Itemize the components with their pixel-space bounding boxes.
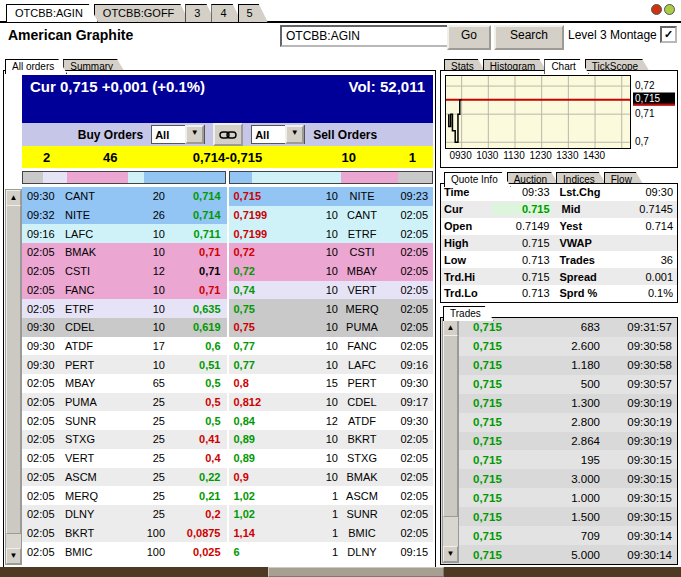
trade-time: 09:30:14	[600, 530, 677, 542]
trade-time: 09:30:19	[600, 416, 677, 428]
ask-half[interactable]: 1,141BMIC02:05	[229, 524, 434, 543]
scrollbar-thumb[interactable]	[6, 205, 21, 534]
ask-half[interactable]: 0,910BMAK02:05	[229, 468, 434, 487]
ask-half[interactable]: 0,815PERT09:30	[229, 374, 434, 393]
bid-half[interactable]: 02:05BMIC1000,025	[22, 542, 227, 561]
ask-half[interactable]: 0,719910CANT02:05	[229, 206, 434, 225]
book-row[interactable]: 02:05MBAY650,50,815PERT09:30	[22, 374, 433, 393]
link-filters-button[interactable]	[213, 123, 243, 146]
book-row[interactable]: 02:05SUNR250,50,8412ATDF09:30	[22, 411, 433, 430]
ask-half[interactable]: 0,7710LAFC09:16	[229, 355, 434, 374]
inside-spread-row: 2 46 0,714-0,715 10 1	[22, 146, 433, 168]
ask-half[interactable]: 0,7410VERT02:05	[229, 281, 434, 300]
window-tab-otcbb-agin[interactable]: OTCBB:AGIN	[6, 4, 98, 22]
trade-price: 0,715	[459, 435, 531, 447]
book-row[interactable]: 02:05BKRT1000,08751,141BMIC02:05	[22, 524, 433, 543]
ask-half[interactable]: 0,81210CDEL09:17	[229, 393, 434, 412]
bid-half[interactable]: 02:05CSTI120,71	[22, 262, 227, 281]
window-tab-5[interactable]: 5	[238, 4, 268, 22]
trade-size: 1.180	[531, 359, 600, 371]
ask-time: 02:05	[386, 490, 433, 502]
scroll-up-icon[interactable]: ▲	[6, 190, 21, 206]
bid-half[interactable]: 02:05ETRF100,635	[22, 299, 227, 318]
bid-half[interactable]: 02:05MBAY650,5	[22, 374, 227, 393]
ask-half[interactable]: 0,7210CSTI02:05	[229, 243, 434, 262]
book-row[interactable]: 09:30PERT100,510,7710LAFC09:16	[22, 355, 433, 374]
window-tab-4[interactable]: 4	[211, 4, 241, 22]
bid-half[interactable]: 02:05PUMA250,5	[22, 393, 227, 412]
bid-half[interactable]: 09:30ATDF170,6	[22, 337, 227, 356]
ask-half[interactable]: 0,7710FANC02:05	[229, 337, 434, 356]
ask-half[interactable]: 0,7510MERQ02:05	[229, 299, 434, 318]
book-row[interactable]: 02:05ASCM250,220,910BMAK02:05	[22, 468, 433, 487]
bid-half[interactable]: 09:32NITE260,714	[22, 206, 227, 225]
scroll-up-icon[interactable]: ▲	[443, 320, 458, 336]
book-row[interactable]: 09:30CDEL100,6190,7510PUMA02:05	[22, 318, 433, 337]
book-row[interactable]: 09:30CANT200,7140,71510NITE09:23	[22, 187, 433, 206]
trades-tab-trades[interactable]: Trades	[443, 306, 494, 321]
ask-half[interactable]: 0,8412ATDF09:30	[229, 411, 434, 430]
chevron-down-icon[interactable]: ▼	[185, 125, 204, 144]
book-row[interactable]: 02:05BMIC1000,02561DLNY09:15	[22, 542, 433, 561]
bid-price: 0,711	[165, 228, 227, 240]
bid-half[interactable]: 09:30CDEL100,619	[22, 318, 227, 337]
ask-half[interactable]: 61DLNY09:15	[229, 542, 434, 561]
trade-time: 09:30:19	[600, 435, 677, 447]
ask-half[interactable]: 0,7210MBAY02:05	[229, 262, 434, 281]
book-row[interactable]: 02:05VERT250,40,8910STXG02:05	[22, 449, 433, 468]
ask-half[interactable]: 0,71510NITE09:23	[229, 187, 434, 206]
ask-half[interactable]: 0,8910BKRT02:05	[229, 430, 434, 449]
bid-half[interactable]: 09:30PERT100,51	[22, 355, 227, 374]
bid-half[interactable]: 09:16LAFC100,711	[22, 224, 227, 243]
book-row[interactable]: 09:32NITE260,7140,719910CANT02:05	[22, 206, 433, 225]
bid-half[interactable]: 02:05MERQ250,21	[22, 486, 227, 505]
book-row[interactable]: 02:05DLNY250,21,021SUNR02:05	[22, 505, 433, 524]
orderbook-tab-all-orders[interactable]: All orders	[5, 59, 67, 74]
window-dot-green-icon[interactable]	[664, 4, 675, 15]
chevron-down-icon[interactable]: ▼	[285, 125, 304, 144]
book-row[interactable]: 02:05FANC100,710,7410VERT02:05	[22, 281, 433, 300]
depth-segment	[341, 172, 398, 183]
book-row[interactable]: 02:05BMAK100,710,7210CSTI02:05	[22, 243, 433, 262]
orderbook-scrollbar[interactable]: ▲ ▼	[5, 189, 22, 565]
bid-half[interactable]: 02:05ASCM250,22	[22, 468, 227, 487]
ask-half[interactable]: 1,021SUNR02:05	[229, 505, 434, 524]
bid-half[interactable]: 02:05SUNR250,5	[22, 411, 227, 430]
scrollbar-thumb[interactable]	[443, 335, 458, 517]
montage-label: Level 3 Montage	[568, 28, 657, 42]
book-row[interactable]: 02:05PUMA250,50,81210CDEL09:17	[22, 393, 433, 412]
search-button[interactable]: Search	[494, 25, 564, 50]
ask-half[interactable]: 0,8910STXG02:05	[229, 449, 434, 468]
window-tab-otcbb-goff[interactable]: OTCBB:GOFF	[94, 4, 190, 22]
book-row[interactable]: 02:05STXG250,410,8910BKRT02:05	[22, 430, 433, 449]
window-dot-red-icon[interactable]	[651, 4, 662, 15]
bid-half[interactable]: 02:05BKRT1000,0875	[22, 524, 227, 543]
chart-tab-chart[interactable]: Chart	[544, 59, 588, 74]
book-row[interactable]: 02:05CSTI120,710,7210MBAY02:05	[22, 262, 433, 281]
bid-half[interactable]: 02:05FANC100,71	[22, 281, 227, 300]
ask-time: 02:05	[386, 340, 433, 352]
trades-scrollbar[interactable]: ▲ ▼	[442, 319, 459, 563]
symbol-input[interactable]	[280, 25, 454, 47]
book-row[interactable]: 02:05MERQ250,211,021ASCM02:05	[22, 486, 433, 505]
scroll-down-icon[interactable]: ▼	[443, 546, 458, 562]
bid-half[interactable]: 02:05BMAK100,71	[22, 243, 227, 262]
buy-filter-select[interactable]: All ▼	[151, 125, 205, 144]
ask-half[interactable]: 1,021ASCM02:05	[229, 486, 434, 505]
bid-half[interactable]: 09:30CANT200,714	[22, 187, 227, 206]
bid-half[interactable]: 02:05DLNY250,2	[22, 505, 227, 524]
bid-half[interactable]: 02:05VERT250,4	[22, 449, 227, 468]
book-row[interactable]: 09:30ATDF170,60,7710FANC02:05	[22, 337, 433, 356]
montage-checkbox[interactable]: ✓	[660, 26, 677, 43]
window-tab-3[interactable]: 3	[185, 4, 215, 22]
ask-half[interactable]: 0,719910ETRF02:05	[229, 224, 434, 243]
scroll-down-icon[interactable]: ▼	[6, 548, 21, 564]
sell-filter-select[interactable]: All ▼	[251, 125, 305, 144]
bid-time: 02:05	[22, 508, 65, 520]
ask-half[interactable]: 0,7510PUMA02:05	[229, 318, 434, 337]
book-row[interactable]: 09:16LAFC100,7110,719910ETRF02:05	[22, 224, 433, 243]
bid-half[interactable]: 02:05STXG250,41	[22, 430, 227, 449]
book-row[interactable]: 02:05ETRF100,6350,7510MERQ02:05	[22, 299, 433, 318]
go-button[interactable]: Go	[447, 25, 491, 50]
quote-tab-quote-info[interactable]: Quote Info	[444, 172, 511, 187]
